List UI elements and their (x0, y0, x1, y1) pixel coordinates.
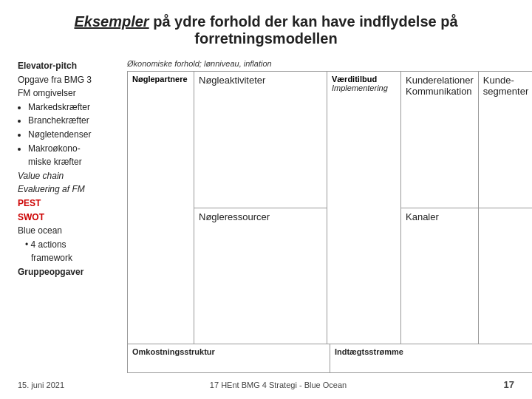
page: Eksempler på ydre forhold der kan have i… (0, 0, 532, 399)
partners-title: Nøglepartnere (132, 75, 189, 83)
left-framework: framework (18, 253, 72, 263)
left-evaluering: Evaluering af FM (18, 184, 85, 194)
activities-sub: Implementering (332, 83, 396, 92)
left-pest: PEST (18, 198, 41, 208)
left-value-chain: Value chain (18, 171, 64, 181)
bmc-bottom: Omkostningsstruktur Indtægtsstrømme (128, 344, 532, 372)
bmc-activities: Nøgleaktiviteter (194, 72, 327, 208)
footer-page-number: 17 (492, 379, 514, 390)
left-actions: • 4 actions (18, 239, 66, 250)
eco-label: Økonomiske forhold; lønniveau, inflation (127, 59, 532, 68)
bmc-revenue: Indtægtsstrømme (330, 344, 532, 372)
footer-center: 17 HEnt BMG 4 Strategi - Blue Ocean (64, 381, 492, 389)
communication-title: Kommunikation (406, 86, 472, 97)
content-area: Elevator-pitch Opgave fra BMG 3 FM omgiv… (18, 59, 514, 373)
left-fm-omgivelser: FM omgivelser (18, 88, 76, 98)
left-item-branchekaefter: Branchekræfter (28, 114, 121, 128)
channels-title: Kanaler (406, 211, 439, 222)
bmc-cost: Omkostningsstruktur (128, 344, 330, 372)
bmc-container: Nøglepartnere Nøgleaktiviteter Nøgleress… (127, 71, 532, 373)
segments-title: Kunde-segmenter (483, 75, 528, 97)
title-italic: Eksempler (74, 13, 149, 30)
title-rest: på ydre forhold der kan have indflydelse… (149, 13, 458, 47)
activities-title: Nøgleaktiviteter (199, 75, 265, 86)
value-title: Værditilbud (332, 75, 396, 83)
left-swot: SWOT (18, 212, 44, 222)
right-panel: Økonomiske forhold; lønniveau, inflation… (127, 59, 532, 373)
bmc-middle: Nøgleaktiviteter Nøgleressourcer (194, 72, 327, 344)
left-item-makrookono: Makroøkono-miske kræfter (28, 142, 121, 169)
bmc-channels: Kanaler (401, 208, 478, 344)
bmc-segments-cell: Kunde-segmenter (479, 72, 532, 208)
footer-date: 15. juni 2021 (18, 381, 64, 389)
bmc-segments: Kunde-segmenter (479, 72, 532, 344)
left-list: Markedskræfter Branchekræfter Nøgletende… (18, 100, 121, 169)
left-opgave: Opgave fra BMG 3 (18, 75, 92, 85)
bmc-right: Kunderelationer Kommunikation Kanaler (401, 72, 479, 344)
resources-title: Nøgleressourcer (199, 211, 270, 222)
left-item-markedskaefter: Markedskræfter (28, 100, 121, 115)
bmc-top: Nøglepartnere Nøgleaktiviteter Nøgleress… (128, 72, 532, 344)
left-gruppeopgaver: Gruppeopgaver (18, 267, 83, 277)
title-block: Eksempler på ydre forhold der kan have i… (18, 13, 514, 47)
bmc-partners: Nøglepartnere (128, 72, 194, 344)
left-elevator-pitch: Elevator-pitch (18, 61, 77, 71)
left-blue-ocean: Blue ocean (18, 225, 62, 236)
customer-relations-title: Kunderelationer (406, 75, 474, 86)
left-panel: Elevator-pitch Opgave fra BMG 3 FM omgiv… (18, 59, 127, 373)
footer: 15. juni 2021 17 HEnt BMG 4 Strategi - B… (18, 373, 514, 390)
bmc-segments-bottom (479, 208, 532, 344)
left-item-nogletendenser: Nøgletendenser (28, 128, 121, 142)
bmc-resources: Nøgleressourcer (194, 208, 327, 344)
bmc-value: Værditilbud Implementering (327, 72, 401, 344)
bmc-customer-relations: Kunderelationer Kommunikation (401, 72, 478, 208)
